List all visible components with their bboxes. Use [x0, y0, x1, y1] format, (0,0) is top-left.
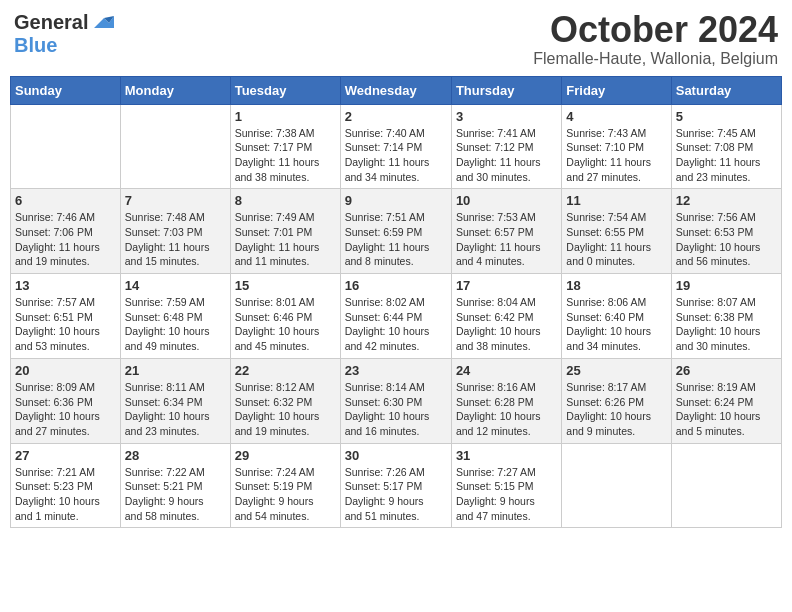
day-cell-20: 20Sunrise: 8:09 AM Sunset: 6:36 PM Dayli…: [11, 358, 121, 443]
logo-blue: Blue: [14, 34, 57, 57]
day-number: 18: [566, 278, 666, 293]
day-number: 8: [235, 193, 336, 208]
day-info: Sunrise: 8:07 AM Sunset: 6:38 PM Dayligh…: [676, 295, 777, 354]
day-info: Sunrise: 8:16 AM Sunset: 6:28 PM Dayligh…: [456, 380, 557, 439]
page-header: General Blue October 2024 Flemalle-Haute…: [10, 10, 782, 68]
day-info: Sunrise: 7:22 AM Sunset: 5:21 PM Dayligh…: [125, 465, 226, 524]
day-info: Sunrise: 7:53 AM Sunset: 6:57 PM Dayligh…: [456, 210, 557, 269]
empty-cell: [120, 104, 230, 189]
day-cell-9: 9Sunrise: 7:51 AM Sunset: 6:59 PM Daylig…: [340, 189, 451, 274]
day-number: 11: [566, 193, 666, 208]
day-cell-26: 26Sunrise: 8:19 AM Sunset: 6:24 PM Dayli…: [671, 358, 781, 443]
day-info: Sunrise: 8:17 AM Sunset: 6:26 PM Dayligh…: [566, 380, 666, 439]
day-info: Sunrise: 8:09 AM Sunset: 6:36 PM Dayligh…: [15, 380, 116, 439]
day-number: 22: [235, 363, 336, 378]
day-cell-30: 30Sunrise: 7:26 AM Sunset: 5:17 PM Dayli…: [340, 443, 451, 528]
day-info: Sunrise: 7:48 AM Sunset: 7:03 PM Dayligh…: [125, 210, 226, 269]
day-number: 9: [345, 193, 447, 208]
day-cell-27: 27Sunrise: 7:21 AM Sunset: 5:23 PM Dayli…: [11, 443, 121, 528]
day-number: 2: [345, 109, 447, 124]
weekday-header-wednesday: Wednesday: [340, 76, 451, 104]
day-number: 20: [15, 363, 116, 378]
empty-cell: [11, 104, 121, 189]
weekday-header-row: SundayMondayTuesdayWednesdayThursdayFrid…: [11, 76, 782, 104]
empty-cell: [671, 443, 781, 528]
day-number: 15: [235, 278, 336, 293]
day-cell-11: 11Sunrise: 7:54 AM Sunset: 6:55 PM Dayli…: [562, 189, 671, 274]
day-number: 24: [456, 363, 557, 378]
day-cell-7: 7Sunrise: 7:48 AM Sunset: 7:03 PM Daylig…: [120, 189, 230, 274]
day-info: Sunrise: 7:27 AM Sunset: 5:15 PM Dayligh…: [456, 465, 557, 524]
day-info: Sunrise: 7:46 AM Sunset: 7:06 PM Dayligh…: [15, 210, 116, 269]
logo-icon: [90, 10, 114, 34]
day-number: 1: [235, 109, 336, 124]
day-cell-29: 29Sunrise: 7:24 AM Sunset: 5:19 PM Dayli…: [230, 443, 340, 528]
day-info: Sunrise: 7:49 AM Sunset: 7:01 PM Dayligh…: [235, 210, 336, 269]
weekday-header-friday: Friday: [562, 76, 671, 104]
day-cell-1: 1Sunrise: 7:38 AM Sunset: 7:17 PM Daylig…: [230, 104, 340, 189]
day-number: 25: [566, 363, 666, 378]
title-section: October 2024 Flemalle-Haute, Wallonia, B…: [533, 10, 778, 68]
day-number: 19: [676, 278, 777, 293]
logo: General Blue: [14, 10, 114, 57]
day-number: 21: [125, 363, 226, 378]
day-cell-17: 17Sunrise: 8:04 AM Sunset: 6:42 PM Dayli…: [451, 274, 561, 359]
day-info: Sunrise: 8:14 AM Sunset: 6:30 PM Dayligh…: [345, 380, 447, 439]
day-cell-13: 13Sunrise: 7:57 AM Sunset: 6:51 PM Dayli…: [11, 274, 121, 359]
day-number: 10: [456, 193, 557, 208]
day-info: Sunrise: 7:24 AM Sunset: 5:19 PM Dayligh…: [235, 465, 336, 524]
day-info: Sunrise: 7:43 AM Sunset: 7:10 PM Dayligh…: [566, 126, 666, 185]
day-info: Sunrise: 7:26 AM Sunset: 5:17 PM Dayligh…: [345, 465, 447, 524]
day-number: 5: [676, 109, 777, 124]
day-info: Sunrise: 7:41 AM Sunset: 7:12 PM Dayligh…: [456, 126, 557, 185]
day-info: Sunrise: 7:51 AM Sunset: 6:59 PM Dayligh…: [345, 210, 447, 269]
day-cell-10: 10Sunrise: 7:53 AM Sunset: 6:57 PM Dayli…: [451, 189, 561, 274]
day-info: Sunrise: 8:06 AM Sunset: 6:40 PM Dayligh…: [566, 295, 666, 354]
week-row-4: 20Sunrise: 8:09 AM Sunset: 6:36 PM Dayli…: [11, 358, 782, 443]
logo-general: General: [14, 11, 88, 34]
day-cell-8: 8Sunrise: 7:49 AM Sunset: 7:01 PM Daylig…: [230, 189, 340, 274]
day-cell-23: 23Sunrise: 8:14 AM Sunset: 6:30 PM Dayli…: [340, 358, 451, 443]
empty-cell: [562, 443, 671, 528]
day-cell-16: 16Sunrise: 8:02 AM Sunset: 6:44 PM Dayli…: [340, 274, 451, 359]
day-number: 3: [456, 109, 557, 124]
day-cell-25: 25Sunrise: 8:17 AM Sunset: 6:26 PM Dayli…: [562, 358, 671, 443]
day-cell-14: 14Sunrise: 7:59 AM Sunset: 6:48 PM Dayli…: [120, 274, 230, 359]
day-number: 28: [125, 448, 226, 463]
day-info: Sunrise: 7:21 AM Sunset: 5:23 PM Dayligh…: [15, 465, 116, 524]
week-row-3: 13Sunrise: 7:57 AM Sunset: 6:51 PM Dayli…: [11, 274, 782, 359]
day-number: 14: [125, 278, 226, 293]
weekday-header-monday: Monday: [120, 76, 230, 104]
day-info: Sunrise: 8:19 AM Sunset: 6:24 PM Dayligh…: [676, 380, 777, 439]
day-number: 4: [566, 109, 666, 124]
day-info: Sunrise: 8:01 AM Sunset: 6:46 PM Dayligh…: [235, 295, 336, 354]
day-number: 26: [676, 363, 777, 378]
location: Flemalle-Haute, Wallonia, Belgium: [533, 50, 778, 68]
day-cell-4: 4Sunrise: 7:43 AM Sunset: 7:10 PM Daylig…: [562, 104, 671, 189]
day-info: Sunrise: 7:59 AM Sunset: 6:48 PM Dayligh…: [125, 295, 226, 354]
week-row-1: 1Sunrise: 7:38 AM Sunset: 7:17 PM Daylig…: [11, 104, 782, 189]
day-number: 30: [345, 448, 447, 463]
day-cell-28: 28Sunrise: 7:22 AM Sunset: 5:21 PM Dayli…: [120, 443, 230, 528]
day-cell-6: 6Sunrise: 7:46 AM Sunset: 7:06 PM Daylig…: [11, 189, 121, 274]
day-cell-21: 21Sunrise: 8:11 AM Sunset: 6:34 PM Dayli…: [120, 358, 230, 443]
day-number: 29: [235, 448, 336, 463]
day-info: Sunrise: 7:57 AM Sunset: 6:51 PM Dayligh…: [15, 295, 116, 354]
day-cell-19: 19Sunrise: 8:07 AM Sunset: 6:38 PM Dayli…: [671, 274, 781, 359]
day-info: Sunrise: 7:54 AM Sunset: 6:55 PM Dayligh…: [566, 210, 666, 269]
day-number: 12: [676, 193, 777, 208]
day-cell-24: 24Sunrise: 8:16 AM Sunset: 6:28 PM Dayli…: [451, 358, 561, 443]
week-row-5: 27Sunrise: 7:21 AM Sunset: 5:23 PM Dayli…: [11, 443, 782, 528]
day-info: Sunrise: 8:02 AM Sunset: 6:44 PM Dayligh…: [345, 295, 447, 354]
day-number: 7: [125, 193, 226, 208]
day-info: Sunrise: 8:12 AM Sunset: 6:32 PM Dayligh…: [235, 380, 336, 439]
day-cell-5: 5Sunrise: 7:45 AM Sunset: 7:08 PM Daylig…: [671, 104, 781, 189]
day-cell-22: 22Sunrise: 8:12 AM Sunset: 6:32 PM Dayli…: [230, 358, 340, 443]
day-number: 27: [15, 448, 116, 463]
calendar: SundayMondayTuesdayWednesdayThursdayFrid…: [10, 76, 782, 529]
weekday-header-sunday: Sunday: [11, 76, 121, 104]
day-number: 17: [456, 278, 557, 293]
day-cell-15: 15Sunrise: 8:01 AM Sunset: 6:46 PM Dayli…: [230, 274, 340, 359]
day-cell-18: 18Sunrise: 8:06 AM Sunset: 6:40 PM Dayli…: [562, 274, 671, 359]
day-cell-3: 3Sunrise: 7:41 AM Sunset: 7:12 PM Daylig…: [451, 104, 561, 189]
